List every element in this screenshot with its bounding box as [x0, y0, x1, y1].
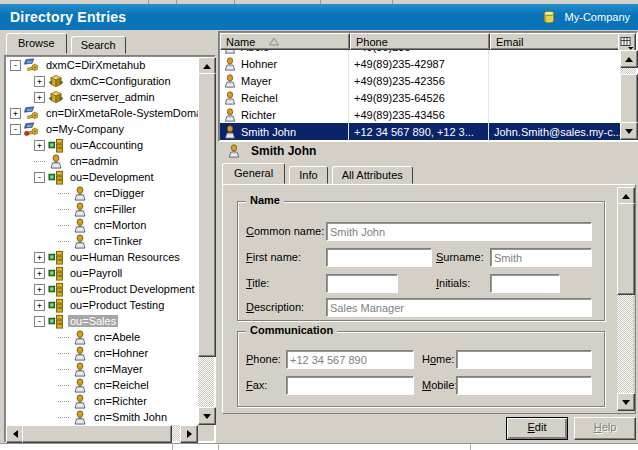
scroll-thumb[interactable] [617, 203, 635, 295]
common-name-label: Common name: [246, 225, 324, 237]
tree-item[interactable]: -dxmC=DirXmetahub [6, 57, 198, 73]
title-field[interactable] [326, 274, 398, 293]
tree-item[interactable]: cn=Richter [6, 393, 198, 409]
common-name-field[interactable] [326, 222, 592, 241]
directory-tree: -dxmC=DirXmetahub+dxmC=Configuration+cn=… [4, 55, 216, 443]
collapse-box[interactable]: - [34, 316, 45, 327]
home-field[interactable] [456, 350, 592, 369]
expand-box[interactable]: + [34, 252, 45, 263]
tree-item[interactable]: +ou=Product Testing [6, 297, 198, 313]
tree-item[interactable]: cn=Mayer [6, 361, 198, 377]
tree-item[interactable]: -ou=Development [6, 169, 198, 185]
tree-item[interactable]: cn=Filler [6, 201, 198, 217]
detail-vscrollbar[interactable] [617, 187, 633, 411]
tree-item-label: cn=Reichel [92, 379, 151, 391]
tab-info[interactable]: Info [289, 166, 327, 184]
scroll-up-button[interactable] [620, 50, 638, 68]
tree-item[interactable]: -ou=Sales [6, 313, 198, 329]
tree-item[interactable]: +dxmC=Configuration [6, 73, 198, 89]
edit-button[interactable]: Edit [506, 417, 568, 440]
detail-tabs: General Info All Attributes [222, 163, 414, 185]
sort-ascending-icon [269, 37, 279, 46]
tree-item[interactable]: +cn=DirXmetaRole-SystemDomain [6, 105, 198, 121]
list-cell-name: Mayer [220, 72, 349, 89]
tree-item-label: ou=Product Testing [68, 299, 166, 311]
tab-general[interactable]: General [222, 163, 285, 184]
fax-field[interactable] [286, 376, 414, 395]
collapse-box[interactable]: - [34, 172, 45, 183]
tree-item[interactable]: +cn=server_admin [6, 89, 198, 105]
description-field[interactable] [326, 298, 592, 317]
column-header-phone[interactable]: Phone [350, 33, 490, 50]
list-vscrollbar[interactable] [620, 50, 636, 140]
column-header-name[interactable]: Name [220, 33, 350, 50]
help-button[interactable]: Help [574, 417, 636, 440]
tree-item[interactable]: +ou=Payroll [6, 265, 198, 281]
scroll-thumb[interactable] [198, 73, 216, 357]
tree-vscrollbar[interactable] [198, 57, 214, 425]
collapse-box[interactable]: - [10, 60, 21, 71]
expand-box[interactable]: + [34, 140, 45, 151]
tree-item-label: ou=Human Resources [68, 251, 182, 263]
scroll-down-button[interactable] [198, 407, 216, 425]
person-icon [72, 394, 88, 409]
scroll-thumb[interactable] [620, 74, 638, 126]
mobile-field[interactable] [456, 376, 592, 395]
tree-item[interactable]: -o=My-Company [6, 121, 198, 137]
list-row[interactable]: Hohner+49(89)235-42987 [220, 55, 620, 72]
collapse-box[interactable]: - [10, 124, 21, 135]
tree-item[interactable]: cn=Hohner [6, 345, 198, 361]
tree-item[interactable]: +ou=Product Development [6, 281, 198, 297]
tree-item[interactable]: cn=admin [6, 153, 198, 169]
first-name-field[interactable] [326, 248, 432, 267]
orgunit-icon [48, 298, 64, 313]
tree-hscrollbar[interactable] [6, 425, 198, 441]
expand-box[interactable]: + [34, 76, 45, 87]
column-header-email[interactable]: Email [490, 33, 636, 50]
list-row-name: Richter [241, 109, 276, 121]
tree-item[interactable]: cn=Smith John [6, 409, 198, 425]
expand-box[interactable]: + [10, 108, 21, 119]
tree-item[interactable]: cn=Morton [6, 217, 198, 233]
tree-guide [58, 241, 69, 242]
tree-item-label: cn=Richter [92, 395, 149, 407]
initials-label: Initials: [436, 277, 470, 289]
tab-search[interactable]: Search [71, 36, 126, 54]
tree-item[interactable]: cn=Reichel [6, 377, 198, 393]
tree-item-label: ou=Product Development [68, 283, 196, 295]
metahub-icon [24, 106, 40, 121]
person-icon [223, 50, 237, 54]
tree-item-label: ou=Accounting [68, 139, 145, 151]
list-row[interactable]: Smith John+12 34 567 890, +12 3...John.S… [220, 123, 620, 140]
list-cell-email [489, 55, 620, 72]
surname-field[interactable] [490, 248, 592, 267]
scroll-down-button[interactable] [617, 393, 635, 411]
list-row[interactable]: Richter+49(89)235-43456 [220, 106, 620, 123]
title-label: Title: [246, 277, 269, 289]
tree-rows: -dxmC=DirXmetahub+dxmC=Configuration+cn=… [6, 57, 198, 427]
person-icon [223, 125, 237, 139]
tree-item[interactable]: cn=Digger [6, 185, 198, 201]
list-row[interactable]: Reichel+49(89)235-64526 [220, 89, 620, 106]
person-icon [72, 234, 88, 249]
phone-field[interactable] [286, 350, 414, 369]
tree-item-label: cn=server_admin [68, 91, 157, 103]
tree-item[interactable]: cn=Abele [6, 329, 198, 345]
scroll-thumb[interactable] [22, 425, 172, 443]
scroll-down-button[interactable] [620, 122, 638, 140]
expand-box[interactable]: + [34, 284, 45, 295]
tab-browse[interactable]: Browse [6, 33, 67, 54]
expand-box[interactable]: + [34, 92, 45, 103]
tree-item[interactable]: cn=Tinker [6, 233, 198, 249]
tree-item[interactable]: +ou=Accounting [6, 137, 198, 153]
list-row[interactable]: Mayer+49(89)235-42356 [220, 72, 620, 89]
expand-box[interactable]: + [34, 300, 45, 311]
scroll-right-button[interactable] [180, 425, 198, 443]
person-icon [72, 202, 88, 217]
expand-box[interactable]: + [34, 268, 45, 279]
tree-item-label: ou=Sales [68, 315, 118, 327]
initials-field[interactable] [490, 274, 560, 293]
tree-item[interactable]: +ou=Human Resources [6, 249, 198, 265]
name-group: Name Common name: First name: Surname: T… [237, 201, 605, 321]
tab-all-attributes[interactable]: All Attributes [332, 166, 413, 184]
